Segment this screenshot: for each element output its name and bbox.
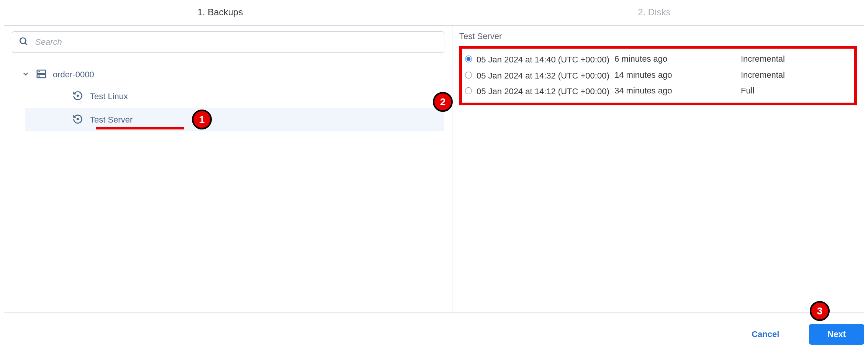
svg-rect-3: [37, 74, 46, 78]
tree-leaf-label: Test Linux: [90, 92, 128, 101]
cancel-button[interactable]: Cancel: [737, 324, 794, 345]
search-icon: [19, 37, 29, 48]
next-button[interactable]: Next: [809, 324, 864, 345]
backup-radio[interactable]: [465, 87, 472, 94]
details-title: Test Server: [459, 31, 857, 41]
backup-list-highlight: 05 Jan 2024 at 14:40 (UTC +00:00) 6 minu…: [459, 46, 857, 105]
svg-point-7: [77, 118, 79, 120]
tree-root-node[interactable]: order-0000: [21, 64, 444, 85]
restore-icon: [72, 90, 83, 102]
tree-children: Test Linux Test Server 1: [21, 85, 444, 131]
backup-row[interactable]: 05 Jan 2024 at 14:40 (UTC +00:00) 6 minu…: [465, 52, 850, 68]
backup-relative: 14 minutes ago: [614, 70, 741, 80]
radio-col: [465, 54, 477, 64]
footer: 3 Cancel Next: [0, 313, 868, 356]
annotation-underline: [96, 127, 184, 129]
backup-type: Incremental: [741, 70, 785, 80]
tree-root-label: order-0000: [53, 70, 94, 80]
restore-icon: [72, 114, 83, 126]
left-pane: order-0000 Test Linux: [4, 26, 452, 312]
wizard-step-backups[interactable]: 1. Backups: [197, 7, 243, 18]
server-icon: [36, 68, 47, 81]
backup-datetime: 05 Jan 2024 at 14:40 (UTC +00:00): [477, 54, 614, 65]
radio-col: [465, 86, 477, 95]
annotation-badge-2: 2: [433, 92, 453, 112]
right-pane: Test Server 05 Jan 2024 at 14:40 (UTC +0…: [452, 26, 864, 312]
backup-row[interactable]: 05 Jan 2024 at 14:12 (UTC +00:00) 34 min…: [465, 83, 850, 100]
wizard-steps: 1. Backups 2. Disks: [0, 0, 868, 25]
backup-radio[interactable]: [465, 56, 472, 62]
backup-row[interactable]: 05 Jan 2024 at 14:32 (UTC +00:00) 14 min…: [465, 68, 850, 84]
backup-type: Full: [741, 86, 754, 96]
search-input[interactable]: [12, 31, 444, 53]
backup-datetime: 05 Jan 2024 at 14:32 (UTC +00:00): [477, 70, 614, 82]
chevron-down-icon: [21, 70, 30, 79]
main-panel: order-0000 Test Linux: [4, 25, 864, 313]
search-wrapper: [12, 31, 444, 53]
backup-relative: 6 minutes ago: [614, 54, 741, 64]
annotation-badge-3: 3: [810, 301, 830, 321]
annotation-badge-1: 1: [192, 110, 212, 129]
backup-type: Incremental: [741, 54, 785, 64]
backup-tree: order-0000 Test Linux: [12, 64, 444, 131]
tree-leaf-test-server[interactable]: Test Server 1: [25, 108, 444, 131]
svg-rect-2: [37, 70, 46, 74]
backup-relative: 34 minutes ago: [614, 86, 741, 96]
svg-point-0: [20, 38, 26, 44]
svg-point-6: [77, 95, 79, 97]
wizard-step-disks[interactable]: 2. Disks: [638, 7, 670, 18]
tree-leaf-label: Test Server: [90, 115, 133, 125]
backup-datetime: 05 Jan 2024 at 14:12 (UTC +00:00): [477, 86, 614, 97]
radio-col: [465, 70, 477, 80]
svg-line-1: [25, 43, 27, 45]
backup-radio[interactable]: [465, 72, 472, 79]
tree-leaf-test-linux[interactable]: Test Linux: [25, 85, 444, 108]
